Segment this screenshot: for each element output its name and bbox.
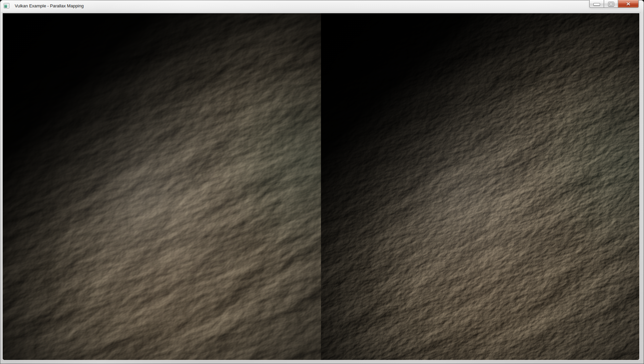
desktop-background: Vulkan Example - Parallax Mapping ✕ [0,0,644,364]
viewport-right[interactable] [321,13,639,360]
maximize-button[interactable] [604,0,618,8]
minimize-button[interactable] [589,0,604,8]
app-window: Vulkan Example - Parallax Mapping ✕ [0,0,644,364]
title-bar[interactable]: Vulkan Example - Parallax Mapping ✕ [0,0,644,13]
maximize-window-icon [608,2,614,6]
render-area [3,13,639,360]
rock-render-right [321,13,639,360]
window-controls: ✕ [589,0,639,8]
rock-render-left [3,13,321,360]
app-icon-image [4,3,9,9]
viewport-left[interactable] [3,13,321,360]
window-title: Vulkan Example - Parallax Mapping [15,0,84,12]
app-icon[interactable] [4,3,9,9]
close-x-icon: ✕ [626,1,631,6]
close-button[interactable]: ✕ [618,0,639,8]
minimize-dash-icon [593,3,600,6]
